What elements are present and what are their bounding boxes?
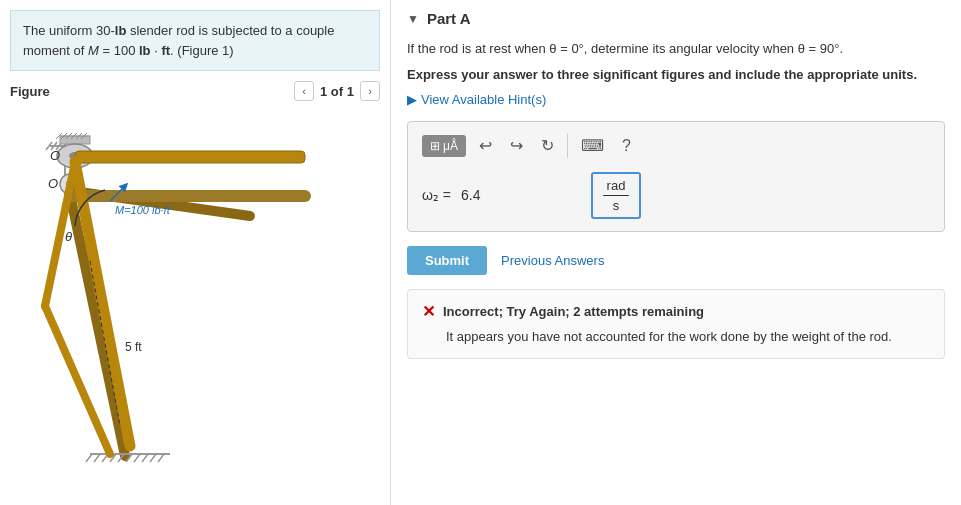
svg-text:θ: θ	[65, 229, 72, 244]
action-row: Submit Previous Answers	[407, 246, 945, 275]
keyboard-button[interactable]: ⌨	[576, 134, 609, 157]
figure-svg: O	[10, 106, 370, 476]
hint-arrow-icon: ▶	[407, 92, 417, 107]
answer-input[interactable]	[461, 187, 581, 203]
svg-line-26	[86, 454, 92, 462]
toolbar-separator	[567, 134, 568, 158]
instruction-text: Express your answer to three significant…	[407, 67, 945, 82]
hint-link-text: View Available Hint(s)	[421, 92, 546, 107]
unit-denominator: s	[603, 196, 629, 213]
figure-canvas: O	[10, 106, 370, 476]
figure-title: Figure	[10, 84, 50, 99]
left-panel: The uniform 30-lb slender rod is subject…	[0, 0, 390, 505]
hint-link[interactable]: ▶ View Available Hint(s)	[407, 92, 945, 107]
right-panel: ▼ Part A If the rod is at rest when θ = …	[390, 0, 961, 505]
figure-next-button[interactable]: ›	[360, 81, 380, 101]
figure-nav: ‹ 1 of 1 ›	[294, 81, 380, 101]
part-header: ▼ Part A	[407, 10, 945, 27]
redo-button[interactable]: ↪	[505, 134, 528, 157]
matrix-icon: ⊞	[430, 139, 440, 153]
unit-numerator: rad	[603, 178, 629, 196]
svg-text:5 ft: 5 ft	[125, 340, 142, 354]
question-text: If the rod is at rest when θ = 0°, deter…	[407, 39, 945, 59]
svg-text:O: O	[48, 176, 58, 191]
svg-rect-12	[60, 136, 90, 144]
svg-rect-23	[75, 151, 305, 163]
figure-label-row: Figure ‹ 1 of 1 ›	[10, 81, 380, 101]
answer-box: ⊞ μÅ ↩ ↪ ↻ ⌨ ? ω₂ = rad s	[407, 121, 945, 232]
figure-area: Figure ‹ 1 of 1 ›	[10, 81, 380, 495]
svg-line-33	[142, 454, 148, 462]
unit-fraction: rad s	[591, 172, 641, 219]
svg-line-27	[94, 454, 100, 462]
toolbar: ⊞ μÅ ↩ ↪ ↻ ⌨ ?	[422, 134, 930, 158]
part-label: Part A	[427, 10, 471, 27]
matrix-button[interactable]: ⊞ μÅ	[422, 135, 466, 157]
collapse-arrow[interactable]: ▼	[407, 12, 419, 26]
feedback-header-text: Incorrect; Try Again; 2 attempts remaini…	[443, 304, 704, 319]
feedback-body: It appears you have not accounted for th…	[446, 327, 930, 347]
svg-text:O: O	[50, 148, 60, 163]
svg-text:M=100 lb·ft: M=100 lb·ft	[115, 204, 171, 216]
figure-page-indicator: 1 of 1	[320, 84, 354, 99]
svg-line-34	[150, 454, 156, 462]
previous-answers-link[interactable]: Previous Answers	[501, 253, 604, 268]
answer-row: ω₂ = rad s	[422, 172, 930, 219]
omega-label: ω₂ =	[422, 187, 451, 203]
feedback-header: ✕ Incorrect; Try Again; 2 attempts remai…	[422, 302, 930, 321]
feedback-box: ✕ Incorrect; Try Again; 2 attempts remai…	[407, 289, 945, 360]
unit-icon: μÅ	[443, 139, 458, 153]
help-button[interactable]: ?	[617, 135, 636, 157]
svg-line-32	[134, 454, 140, 462]
svg-line-35	[158, 454, 164, 462]
submit-button[interactable]: Submit	[407, 246, 487, 275]
figure-prev-button[interactable]: ‹	[294, 81, 314, 101]
problem-statement: The uniform 30-lb slender rod is subject…	[10, 10, 380, 71]
undo-button[interactable]: ↩	[474, 134, 497, 157]
incorrect-icon: ✕	[422, 302, 435, 321]
refresh-button[interactable]: ↻	[536, 134, 559, 157]
